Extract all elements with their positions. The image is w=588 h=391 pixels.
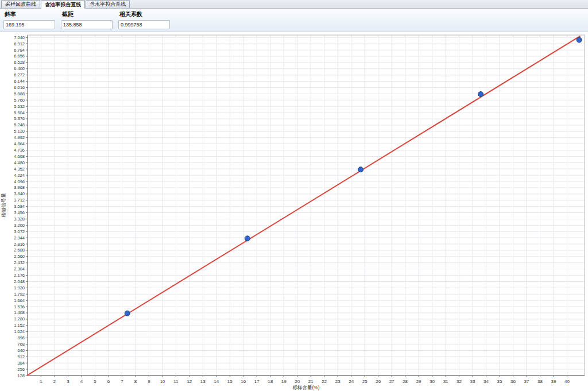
x-tick-label: 25 — [362, 379, 368, 384]
correlation-field-group: 相关系数 — [118, 10, 176, 32]
y-tick-label: 3.840 — [14, 191, 25, 196]
y-tick-label: 6.400 — [14, 66, 25, 71]
x-tick-label: 34 — [483, 379, 489, 384]
y-tick-label: 5.888 — [14, 91, 25, 96]
data-point[interactable] — [358, 167, 363, 172]
tab-oil-fit-line[interactable]: 含油率拟合直线 — [41, 0, 85, 9]
fit-line — [28, 36, 580, 375]
x-tick-label: 21 — [308, 379, 314, 384]
y-tick-label: 2.304 — [14, 266, 25, 272]
x-tick-label: 9 — [148, 379, 150, 384]
x-tick-label: 15 — [227, 379, 233, 384]
y-tick-label: 1.792 — [14, 292, 25, 297]
y-tick-label: 3.968 — [14, 185, 25, 190]
x-tick-label: 31 — [443, 379, 448, 384]
y-tick-label: 1.280 — [14, 316, 25, 322]
y-tick-label: 1.920 — [14, 285, 25, 291]
x-tick-label: 22 — [322, 379, 327, 384]
data-point[interactable] — [245, 236, 250, 241]
y-tick-label: 3.584 — [14, 204, 25, 209]
y-tick-label: 2.176 — [14, 273, 25, 278]
x-tick-label: 26 — [376, 379, 381, 384]
y-tick-label: 5.376 — [14, 116, 25, 121]
x-tick-label: 2 — [53, 379, 56, 384]
x-tick-label: 29 — [416, 379, 421, 384]
y-tick-label: 2.560 — [14, 254, 25, 259]
x-tick-label: 33 — [470, 379, 475, 384]
y-tick-label: 2.688 — [14, 247, 25, 253]
y-tick-label: 1.024 — [14, 329, 25, 334]
correlation-label: 相关系数 — [118, 10, 176, 18]
x-tick-label: 30 — [430, 379, 435, 384]
y-tick-label: 1.664 — [14, 298, 25, 303]
x-tick-label: 20 — [295, 379, 300, 384]
y-tick-label: 4.992 — [14, 135, 25, 140]
x-tick-label: 28 — [403, 379, 408, 384]
x-tick-label: 7 — [121, 379, 123, 384]
x-tick-label: 18 — [268, 379, 273, 384]
x-tick-label: 36 — [510, 379, 516, 384]
x-tick-label: 8 — [134, 379, 137, 384]
y-tick-label: 640 — [17, 348, 25, 353]
y-tick-label: 2.816 — [14, 242, 25, 247]
intercept-input[interactable] — [61, 20, 113, 29]
x-tick-label: 4 — [80, 379, 83, 384]
x-tick-label: 1 — [40, 379, 42, 384]
y-tick-label: 1.408 — [14, 310, 25, 315]
x-tick-label: 23 — [335, 379, 341, 384]
y-tick-label: 768 — [17, 342, 25, 347]
y-tick-label: 3.712 — [14, 198, 25, 203]
y-tick-label: 512 — [17, 354, 25, 359]
x-tick-label: 39 — [551, 379, 556, 384]
y-tick-label: 1.152 — [14, 323, 25, 328]
y-tick-label: 5.632 — [14, 104, 25, 109]
x-tick-label: 37 — [524, 379, 529, 384]
y-tick-label: 4.352 — [14, 167, 25, 172]
x-tick-label: 14 — [214, 379, 219, 384]
data-point[interactable] — [577, 37, 582, 42]
x-tick-label: 3 — [67, 379, 69, 384]
correlation-input[interactable] — [118, 20, 170, 29]
x-tick-label: 35 — [497, 379, 502, 384]
y-tick-label: 896 — [17, 335, 25, 340]
data-point[interactable] — [125, 311, 130, 316]
y-tick-label: 2.048 — [14, 279, 25, 284]
tab-bar: 采样回波曲线 含油率拟合直线 含水率拟合直线 — [0, 0, 588, 9]
x-tick-label: 32 — [457, 379, 462, 384]
x-tick-label: 19 — [281, 379, 287, 384]
y-tick-label: 4.224 — [14, 173, 25, 178]
y-tick-label: 4.608 — [14, 154, 25, 159]
x-tick-label: 10 — [160, 379, 165, 384]
y-tick-label: 3.072 — [14, 229, 25, 234]
y-tick-label: 5.120 — [14, 129, 25, 134]
calibration-app: 采样回波曲线 含油率拟合直线 含水率拟合直线 斜率 截距 相关系数 128256… — [0, 0, 588, 391]
x-tick-label: 40 — [564, 379, 570, 384]
x-tick-label: 27 — [389, 379, 394, 384]
y-tick-label: 384 — [17, 361, 25, 366]
y-tick-label: 1.536 — [14, 304, 25, 309]
y-tick-label: 3.328 — [14, 216, 25, 222]
x-tick-label: 24 — [349, 379, 354, 384]
y-tick-label: 256 — [17, 367, 25, 372]
y-tick-label: 5.504 — [14, 110, 25, 115]
y-tick-label: 128 — [17, 373, 25, 378]
slope-input[interactable] — [3, 20, 55, 29]
intercept-label: 截距 — [61, 10, 118, 18]
data-point[interactable] — [478, 92, 483, 97]
y-tick-label: 6.016 — [14, 85, 25, 90]
fit-results-panel: 斜率 截距 相关系数 — [0, 9, 588, 32]
x-tick-label: 38 — [537, 379, 543, 384]
tab-echo-curve[interactable]: 采样回波曲线 — [1, 0, 40, 8]
y-tick-label: 4.096 — [14, 179, 25, 184]
x-tick-label: 17 — [254, 379, 260, 384]
y-tick-label: 6.528 — [14, 60, 25, 65]
y-axis-title: 核磁信号量 — [1, 193, 6, 218]
x-tick-label: 12 — [187, 379, 192, 384]
y-tick-label: 4.736 — [14, 148, 25, 153]
y-tick-label: 5.248 — [14, 122, 25, 127]
y-tick-label: 6.912 — [14, 41, 25, 47]
y-tick-label: 2.432 — [14, 260, 25, 265]
y-tick-label: 6.784 — [14, 48, 25, 53]
y-tick-label: 3.200 — [14, 223, 25, 228]
tab-water-fit-line[interactable]: 含水率拟合直线 — [86, 0, 130, 8]
